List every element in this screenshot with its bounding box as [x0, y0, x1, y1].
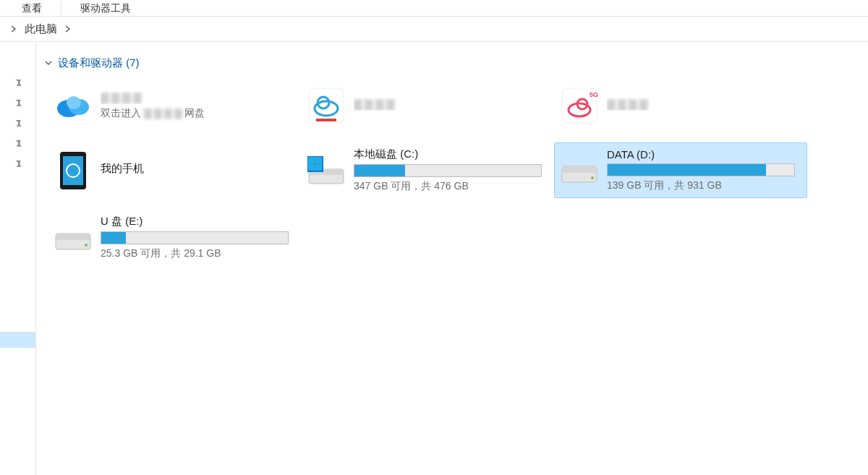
- drive-win-icon: [306, 150, 346, 191]
- item-info: U 盘 (E:)25.3 GB 可用，共 29.1 GB: [101, 215, 296, 260]
- drive-icon: [53, 218, 93, 258]
- quick-access-sidebar: [0, 42, 36, 475]
- device-item[interactable]: U 盘 (E:)25.3 GB 可用，共 29.1 GB: [48, 210, 301, 265]
- svg-rect-26: [562, 166, 597, 173]
- item-subtitle: 347 GB 可用，共 476 GB: [354, 180, 549, 193]
- cloud-blue-icon: [53, 85, 93, 126]
- device-item[interactable]: 我的手机: [48, 142, 301, 198]
- pin-icon[interactable]: [13, 78, 23, 88]
- pin-icon[interactable]: [13, 159, 23, 169]
- capacity-bar-fill: [101, 232, 126, 244]
- item-subtitle: 双击进入 ▇▇▇▇网盘: [101, 107, 296, 120]
- device-item[interactable]: 5G▇▇▇▇: [554, 80, 807, 131]
- item-info: ▇▇▇▇: [607, 98, 802, 114]
- item-title: 我的手机: [101, 162, 296, 176]
- item-title: ▇▇▇▇: [101, 91, 296, 104]
- breadcrumb-this-pc[interactable]: 此电脑: [22, 20, 60, 39]
- cloud-white-icon: [306, 85, 346, 126]
- tab-view[interactable]: 查看: [6, 0, 58, 16]
- item-title: ▇▇▇▇: [354, 98, 549, 111]
- item-info: DATA (D:)139 GB 可用，共 931 GB: [607, 148, 802, 192]
- capacity-bar: [607, 163, 795, 176]
- item-title: U 盘 (E:): [101, 215, 296, 228]
- item-info: ▇▇▇▇双击进入 ▇▇▇▇网盘: [101, 91, 296, 120]
- capacity-bar-fill: [354, 165, 405, 176]
- item-title: 本地磁盘 (C:): [354, 147, 549, 161]
- item-title: DATA (D:): [607, 148, 802, 161]
- pin-icon[interactable]: [13, 98, 23, 108]
- device-item[interactable]: ▇▇▇▇双击进入 ▇▇▇▇网盘: [48, 80, 301, 131]
- pin-icon[interactable]: [13, 119, 23, 129]
- svg-rect-6: [316, 119, 336, 121]
- device-item[interactable]: DATA (D:)139 GB 可用，共 931 GB: [554, 142, 807, 198]
- item-subtitle: 25.3 GB 可用，共 29.1 GB: [101, 247, 296, 260]
- svg-point-2: [67, 96, 81, 109]
- svg-point-27: [591, 176, 594, 179]
- item-subtitle: 139 GB 可用，共 931 GB: [607, 179, 802, 192]
- svg-rect-22: [315, 157, 322, 163]
- ribbon-tabs: 查看 驱动器工具: [0, 0, 868, 16]
- breadcrumb[interactable]: 此电脑: [0, 16, 868, 42]
- svg-point-30: [85, 244, 88, 247]
- drive-icon: [559, 150, 600, 191]
- capacity-bar: [101, 231, 289, 244]
- chevron-right-icon: [63, 24, 73, 34]
- svg-rect-3: [309, 88, 344, 123]
- pin-icon[interactable]: [13, 139, 23, 149]
- devices-grid: ▇▇▇▇双击进入 ▇▇▇▇网盘▇▇▇▇5G▇▇▇▇我的手机本地磁盘 (C:)34…: [42, 80, 862, 265]
- device-item[interactable]: ▇▇▇▇: [301, 80, 554, 131]
- svg-rect-29: [56, 234, 90, 240]
- svg-rect-21: [308, 157, 315, 163]
- tab-drive-tools[interactable]: 驱动器工具: [64, 0, 147, 16]
- item-info: ▇▇▇▇: [354, 98, 549, 114]
- item-info: 我的手机: [101, 162, 296, 179]
- svg-text:5G: 5G: [590, 91, 598, 98]
- svg-rect-23: [308, 164, 315, 171]
- item-info: 本地磁盘 (C:)347 GB 可用，共 476 GB: [354, 147, 549, 193]
- tab-separator: [61, 1, 61, 14]
- main-area: 设备和驱动器 (7) ▇▇▇▇双击进入 ▇▇▇▇网盘▇▇▇▇5G▇▇▇▇我的手机…: [0, 42, 868, 475]
- capacity-bar: [354, 164, 542, 177]
- sidebar-selection-highlight: [0, 332, 35, 348]
- content-pane[interactable]: 设备和驱动器 (7) ▇▇▇▇双击进入 ▇▇▇▇网盘▇▇▇▇5G▇▇▇▇我的手机…: [36, 42, 868, 475]
- phone-icon: [53, 150, 93, 191]
- chevron-down-icon: [45, 59, 54, 68]
- capacity-bar-fill: [608, 164, 766, 176]
- group-header-devices[interactable]: 设备和驱动器 (7): [42, 55, 142, 72]
- chevron-right-icon: [9, 24, 19, 34]
- item-title: ▇▇▇▇: [607, 98, 802, 111]
- device-item[interactable]: 本地磁盘 (C:)347 GB 可用，共 476 GB: [301, 142, 554, 198]
- cloud-red-icon: 5G: [559, 85, 600, 126]
- svg-rect-24: [315, 164, 322, 171]
- group-header-label: 设备和驱动器 (7): [58, 56, 140, 70]
